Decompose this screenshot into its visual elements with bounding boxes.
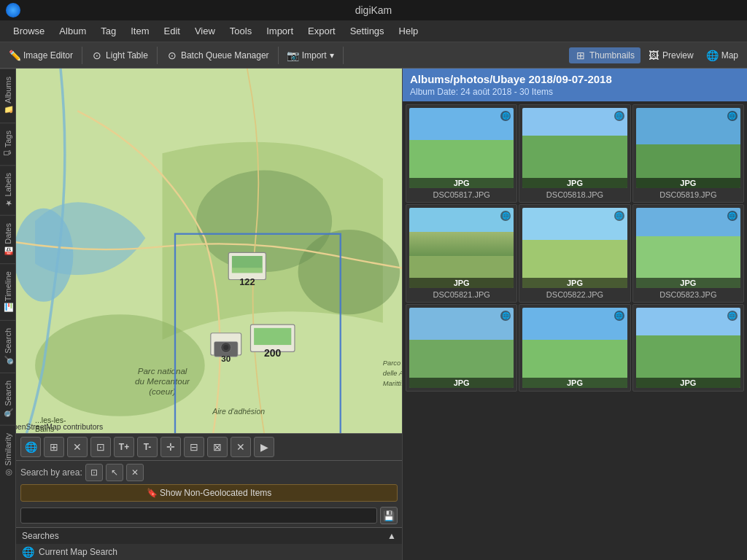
menu-view[interactable]: View xyxy=(187,24,222,38)
svg-text:Parco Na...: Parco Na... xyxy=(383,359,402,367)
menu-edit[interactable]: Edit xyxy=(156,24,187,38)
toolbar-separator-4 xyxy=(343,47,344,64)
svg-text:Aire d'adhésion: Aire d'adhésion xyxy=(212,408,265,416)
map-move-button[interactable]: ✛ xyxy=(160,437,181,457)
thumbnail-image: 🌐JPG xyxy=(522,308,627,388)
sidebar-tab-similarity[interactable]: ◎ Similarity xyxy=(0,425,15,485)
area-corner-button[interactable]: ↖ xyxy=(106,464,123,481)
sidebar-tab-search2[interactable]: 🔎 Search xyxy=(0,373,15,425)
map-controls: 🌐 ⊞ ✕ ⊡ T+ T- ✛ ⊟ ⊠ ✕ ▶ xyxy=(16,433,402,460)
map-minus-button[interactable]: ⊟ xyxy=(184,437,204,457)
thumbnail-format-label: JPG xyxy=(409,378,514,388)
app-title: digiKam xyxy=(355,4,392,16)
map-cross-button[interactable]: ✕ xyxy=(67,437,88,457)
thumbnails-grid: 🌐JPGDSC05817.JPG🌐JPGDSC05818.JPG🌐JPGDSC0… xyxy=(403,101,747,560)
sidebar-tab-labels[interactable]: ★ Labels xyxy=(0,165,15,215)
map-globe-button[interactable]: 🌐 xyxy=(20,437,41,457)
thumbnail-filename: DSC05819.JPG xyxy=(659,190,716,199)
light-table-button[interactable]: ⊙ Light Table xyxy=(85,47,154,63)
thumbnail-format-label: JPG xyxy=(522,378,627,388)
image-editor-button[interactable]: ✏️ Image Editor xyxy=(3,47,79,63)
show-non-geolocated-button[interactable]: 🔖 Show Non-Geolocated Items xyxy=(20,484,398,502)
sidebar-tab-dates[interactable]: 📅 Dates xyxy=(0,215,15,263)
import-dropdown-icon: ▾ xyxy=(330,50,334,61)
left-sidebar: 📁 Albums 🏷 Tags ★ Labels 📅 Dates 📊 Timel… xyxy=(0,69,16,560)
thumbnail-geo-badge: 🌐 xyxy=(727,311,738,321)
app-icon xyxy=(6,3,20,18)
area-clear-button[interactable]: ✕ xyxy=(126,464,144,481)
thumbnail-image: 🌐JPG xyxy=(636,208,740,288)
thumbnail-item[interactable]: 🌐JPGDSC05817.JPG xyxy=(406,104,517,203)
thumbnail-item[interactable]: 🌐JPG xyxy=(519,304,630,392)
thumbnail-image: 🌐JPG xyxy=(636,108,740,188)
menu-settings[interactable]: Settings xyxy=(343,24,392,38)
thumbnail-format-label: JPG xyxy=(636,178,740,188)
thumbnail-item[interactable]: 🌐JPGDSC05818.JPG xyxy=(519,104,630,203)
map-text-minus-button[interactable]: T- xyxy=(137,437,158,457)
thumbnail-item[interactable]: 🌐JPG xyxy=(632,304,744,392)
map-container[interactable]: Parc national du Mercantour (coeur) Parc… xyxy=(16,69,402,433)
menu-tag[interactable]: Tag xyxy=(93,24,123,38)
menu-tools[interactable]: Tools xyxy=(222,24,259,38)
menu-album[interactable]: Album xyxy=(52,24,93,38)
menu-item[interactable]: Item xyxy=(123,24,156,38)
preview-button[interactable]: 🖼 Preview xyxy=(642,47,700,63)
current-search-icon: 🌐 xyxy=(22,546,34,558)
timeline-icon: 📊 xyxy=(3,303,12,313)
menu-import[interactable]: Import xyxy=(259,24,301,38)
svg-text:delle A...: delle A... xyxy=(383,370,402,377)
svg-text:Maritti...: Maritti... xyxy=(383,380,402,387)
search2-icon: 🔎 xyxy=(3,408,12,418)
menu-help[interactable]: Help xyxy=(392,24,426,38)
thumbnails-icon: ⊞ xyxy=(575,50,587,61)
map-svg: Parc national du Mercantour (coeur) Parc… xyxy=(16,69,402,433)
search-area-label: Search by area: xyxy=(20,467,82,478)
thumbnail-geo-badge: 🌐 xyxy=(727,211,738,221)
thumbnail-item[interactable]: 🌐JPG xyxy=(406,304,517,392)
thumbnail-format-label: JPG xyxy=(636,378,740,388)
svg-rect-20 xyxy=(254,328,291,345)
menu-browse[interactable]: Browse xyxy=(6,24,52,38)
svg-text:30: 30 xyxy=(221,354,231,363)
menu-export[interactable]: Export xyxy=(301,24,343,38)
thumbnail-image: 🌐JPG xyxy=(522,108,627,188)
svg-point-25 xyxy=(223,345,228,350)
map-button[interactable]: 🌐 Map xyxy=(701,47,744,63)
batch-queue-button[interactable]: ⊙ Batch Queue Manager xyxy=(160,47,275,63)
map-play-button[interactable]: ▶ xyxy=(254,437,274,457)
map-text-plus-button[interactable]: T+ xyxy=(114,437,134,457)
area-select-button[interactable]: ⊡ xyxy=(85,464,103,481)
image-editor-icon: ✏️ xyxy=(9,50,20,61)
current-search-item[interactable]: 🌐 Current Map Search xyxy=(16,544,402,560)
search-area: Search by area: ⊡ ↖ ✕ 🔖 Show Non-Geoloca… xyxy=(16,460,402,527)
light-table-icon: ⊙ xyxy=(91,50,103,61)
sidebar-tab-tags[interactable]: 🏷 Tags xyxy=(0,122,15,165)
thumbnail-geo-badge: 🌐 xyxy=(500,211,511,221)
right-panel: Albums/photos/Ubaye 2018/09-07-2018 Albu… xyxy=(403,69,747,560)
save-search-button[interactable]: 💾 xyxy=(380,507,398,524)
map-grid-button[interactable]: ⊞ xyxy=(44,437,64,457)
thumbnail-item[interactable]: 🌐JPGDSC05822.JPG xyxy=(519,204,630,303)
toolbar-separator-3 xyxy=(278,47,279,64)
search-input[interactable] xyxy=(20,508,377,524)
map-frame-button[interactable]: ⊡ xyxy=(90,437,111,457)
searches-collapse-icon: ▲ xyxy=(387,531,396,541)
map-filter-button[interactable]: ⊠ xyxy=(207,437,228,457)
sidebar-tab-albums[interactable]: 📁 Albums xyxy=(0,69,15,122)
thumbnail-filename: DSC05818.JPG xyxy=(546,190,603,199)
search-input-row: 💾 xyxy=(20,507,398,524)
sidebar-tab-search[interactable]: 🔍 Search xyxy=(0,320,15,373)
thumbnail-item[interactable]: 🌐JPGDSC05821.JPG xyxy=(406,204,517,303)
search-area-row: Search by area: ⊡ ↖ ✕ xyxy=(20,464,398,481)
searches-header[interactable]: Searches ▲ xyxy=(16,528,402,544)
thumbnails-button[interactable]: ⊞ Thumbnails xyxy=(569,47,640,63)
import-button[interactable]: 📷 Import ▾ xyxy=(282,47,340,63)
thumbnail-item[interactable]: 🌐JPGDSC05819.JPG xyxy=(632,104,744,203)
map-clear-button[interactable]: ✕ xyxy=(231,437,251,457)
thumbnail-format-label: JPG xyxy=(409,278,514,288)
thumbnail-item[interactable]: 🌐JPGDSC05823.JPG xyxy=(632,204,744,303)
sidebar-tab-timeline[interactable]: 📊 Timeline xyxy=(0,263,15,320)
album-title: Albums/photos/Ubaye 2018/09-07-2018 xyxy=(410,73,740,85)
thumbnail-format-label: JPG xyxy=(522,278,627,288)
thumbnail-geo-badge: 🌐 xyxy=(500,311,511,321)
